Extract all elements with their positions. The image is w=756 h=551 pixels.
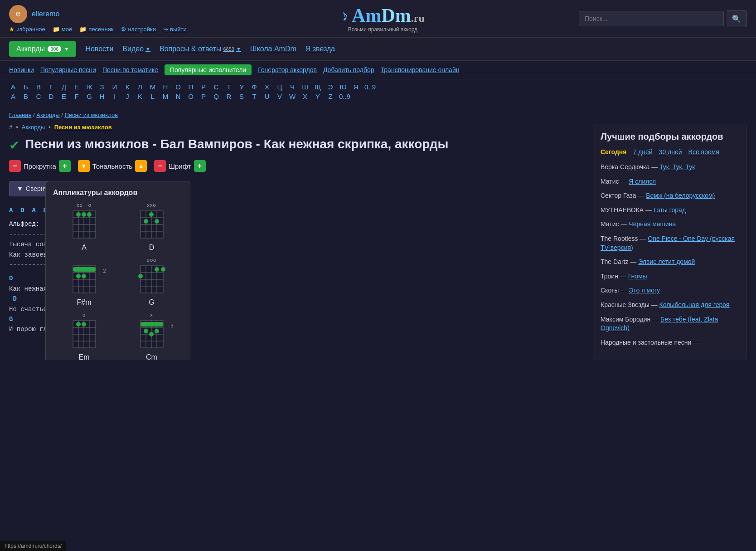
sidebar-song-9[interactable]: Это я могу: [629, 287, 660, 294]
alpha-ru-kh[interactable]: Х: [263, 83, 271, 91]
alpha-en-u[interactable]: U: [263, 93, 271, 100]
alpha-en-g[interactable]: G: [85, 93, 93, 100]
scroll-plus-button[interactable]: +: [59, 160, 71, 172]
alpha-en-l[interactable]: L: [149, 93, 157, 100]
alpha-ru-ya[interactable]: Я: [352, 83, 360, 91]
alpha-en-e[interactable]: E: [60, 93, 68, 100]
alpha-ru-yu[interactable]: Ю: [339, 83, 347, 91]
sidebar-song-10[interactable]: Колыбельная для героя: [659, 301, 730, 308]
alpha-ru-ts[interactable]: Ц: [276, 83, 284, 91]
sidebar-song-5[interactable]: Чёрная машина: [629, 220, 676, 228]
breadcrumb-musicals[interactable]: Песни из мюзиклов: [65, 112, 118, 118]
alpha-ru-s[interactable]: С: [212, 83, 220, 91]
subnav-transposition[interactable]: Транспонирование онлайн: [381, 66, 460, 73]
alpha-en-z[interactable]: Z: [326, 93, 334, 100]
video-nav-link[interactable]: Видео ▼: [122, 45, 150, 53]
alpha-ru-zh[interactable]: Ж: [85, 83, 93, 91]
tone-down-button[interactable]: ▼: [78, 160, 90, 172]
tone-up-button[interactable]: ▲: [135, 160, 147, 172]
alpha-en-f[interactable]: F: [73, 93, 81, 100]
alpha-ru-d[interactable]: Д: [60, 83, 68, 91]
sidebar-song-7[interactable]: Элвис летит домой: [638, 258, 695, 265]
chords-nav-button[interactable]: Аккорды 306 ▼: [9, 41, 76, 57]
time-tab-alltime[interactable]: Всё время: [688, 148, 719, 156]
alpha-ru-e2[interactable]: Э: [326, 83, 334, 91]
alpha-en-d[interactable]: D: [47, 93, 55, 100]
alpha-en-p[interactable]: P: [199, 93, 208, 100]
breadcrumb-chords[interactable]: Аккорды: [36, 112, 59, 118]
search-input[interactable]: [579, 11, 724, 26]
tag-musicals-link[interactable]: Песни из мюзиклов: [54, 124, 112, 131]
alpha-en-w[interactable]: W: [288, 93, 296, 100]
alpha-en-j[interactable]: J: [123, 93, 131, 100]
alpha-ru-r[interactable]: Р: [199, 83, 208, 91]
alpha-en-x[interactable]: X: [301, 93, 309, 100]
alpha-ru-l[interactable]: Л: [136, 83, 144, 91]
alpha-ru-shch[interactable]: Щ: [314, 83, 322, 91]
alpha-ru-u[interactable]: У: [237, 83, 246, 91]
alpha-en-t[interactable]: T: [250, 93, 258, 100]
subnav-popular-artists[interactable]: Популярные исполнители: [165, 64, 252, 75]
subnav-popular-songs[interactable]: Популярные песни: [40, 66, 96, 73]
alpha-ru-k[interactable]: К: [123, 83, 131, 91]
star-nav-link[interactable]: Я звезда: [305, 45, 335, 53]
alpha-ru-b[interactable]: Б: [22, 83, 30, 91]
qa-nav-link[interactable]: Вопросы & ответы 6853 ▼: [160, 45, 241, 53]
alpha-ru-p[interactable]: П: [187, 83, 195, 91]
alpha-en-q[interactable]: Q: [212, 93, 220, 100]
subnav-themes[interactable]: Песни по тематике: [102, 66, 158, 73]
username-link[interactable]: elleremo: [32, 10, 59, 18]
nav-songbook[interactable]: 📁 песенник: [79, 26, 113, 33]
subnav-new[interactable]: Новинки: [9, 66, 34, 73]
sidebar-song-2[interactable]: Я слился: [629, 178, 656, 185]
sidebar-song-8[interactable]: Гномы: [628, 273, 647, 280]
alpha-en-n[interactable]: N: [174, 93, 182, 100]
alpha-en-i[interactable]: I: [111, 93, 119, 100]
alpha-en-b[interactable]: B: [22, 93, 30, 100]
font-minus-button[interactable]: −: [154, 160, 166, 172]
search-button[interactable]: 🔍: [727, 10, 747, 27]
nav-favorites[interactable]: ★ избранное: [9, 26, 45, 33]
alpha-en-o[interactable]: O: [187, 93, 195, 100]
subnav-add[interactable]: Добавить подбор: [323, 66, 374, 73]
alpha-ru-sh[interactable]: Ш: [301, 83, 309, 91]
alpha-en-c[interactable]: C: [34, 93, 43, 100]
news-nav-link[interactable]: Новости: [85, 45, 113, 53]
alpha-en-09[interactable]: 0..9: [339, 93, 350, 100]
scroll-minus-button[interactable]: −: [9, 160, 21, 172]
time-tab-7days[interactable]: 7 дней: [633, 148, 652, 156]
alpha-ru-g[interactable]: Г: [47, 83, 55, 91]
sidebar-song-3[interactable]: Бомж (на белорусском): [646, 192, 715, 199]
nav-my[interactable]: 📁 моё: [53, 26, 72, 33]
font-plus-button[interactable]: +: [194, 160, 206, 172]
alpha-ru-o[interactable]: О: [174, 83, 182, 91]
sidebar-song-1[interactable]: Тук, Тук, Тук: [659, 163, 695, 171]
tag-chords-link[interactable]: Аккорды: [22, 124, 45, 131]
alpha-ru-f[interactable]: Ф: [250, 83, 258, 91]
alpha-en-h[interactable]: H: [98, 93, 106, 100]
alpha-ru-n[interactable]: Н: [161, 83, 170, 91]
alpha-en-k[interactable]: K: [136, 93, 144, 100]
alpha-ru-z[interactable]: З: [98, 83, 106, 91]
nav-logout[interactable]: ↪ выйти: [163, 26, 187, 33]
alpha-ru-ch[interactable]: Ч: [288, 83, 296, 91]
breadcrumb-home[interactable]: Главная: [9, 112, 31, 118]
alpha-ru-e[interactable]: Е: [73, 83, 81, 91]
alpha-ru-t[interactable]: Т: [225, 83, 233, 91]
school-nav-link[interactable]: Школа AmDm: [250, 45, 296, 53]
alpha-ru-i[interactable]: И: [111, 83, 119, 91]
alpha-en-y[interactable]: Y: [314, 93, 322, 100]
alpha-ru-m[interactable]: М: [149, 83, 157, 91]
alpha-ru-a[interactable]: А: [9, 83, 17, 91]
alpha-ru-09[interactable]: 0..9: [364, 83, 376, 91]
sidebar-song-4[interactable]: Гэты горад: [654, 206, 686, 214]
nav-settings[interactable]: ⚙ настройки: [121, 26, 156, 33]
alpha-en-r[interactable]: R: [225, 93, 233, 100]
alpha-en-s[interactable]: S: [237, 93, 246, 100]
subnav-generator[interactable]: Генератор аккордов: [258, 66, 317, 73]
alpha-en-a[interactable]: A: [9, 93, 17, 100]
time-tab-30days[interactable]: 30 дней: [659, 148, 682, 156]
alpha-en-m[interactable]: M: [161, 93, 170, 100]
alpha-en-v[interactable]: V: [276, 93, 284, 100]
time-tab-today[interactable]: Сегодня: [601, 148, 626, 156]
